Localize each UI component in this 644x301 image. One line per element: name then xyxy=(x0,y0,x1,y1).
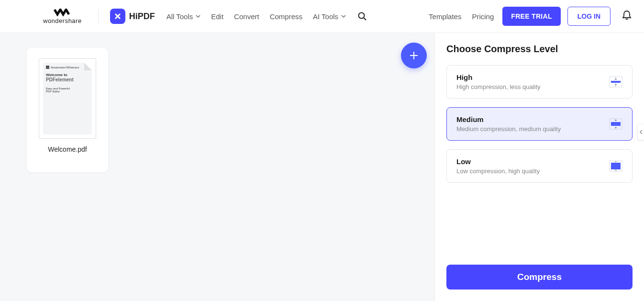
wondershare-mark-icon xyxy=(54,9,71,16)
nav-edit-label: Edit xyxy=(211,12,223,21)
wondershare-text: wondershare xyxy=(43,17,82,24)
option-medium-desc: Medium compression, medium quality xyxy=(456,125,561,133)
svg-rect-7 xyxy=(611,81,621,83)
thumb-brand-label: Wondershare PDFelement xyxy=(51,66,79,69)
compress-panel: Choose Compress Level High High compress… xyxy=(434,33,644,301)
compress-options: High High compression, less quality Medi… xyxy=(446,65,633,183)
compress-button[interactable]: Compress xyxy=(446,265,633,290)
file-name-label: Welcome.pdf xyxy=(48,145,87,153)
thumb-line2: PDFelement xyxy=(46,77,89,82)
wondershare-logo[interactable]: wondershare xyxy=(43,9,82,24)
thumb-line1: Welcome to xyxy=(46,73,89,77)
file-thumbnail: Wondershare PDFelement Welcome to PDFele… xyxy=(39,58,96,139)
svg-point-2 xyxy=(359,13,365,19)
divider xyxy=(98,9,99,23)
workspace: Wondershare PDFelement Welcome to PDFele… xyxy=(0,33,644,301)
hipdf-icon xyxy=(110,9,125,24)
option-low-desc: Low compression, high quality xyxy=(456,167,540,175)
top-nav: wondershare HiPDF All Tools Edit Convert… xyxy=(0,0,644,33)
collapse-panel-tab[interactable] xyxy=(637,124,644,140)
free-trial-button[interactable]: FREE TRIAL xyxy=(502,7,560,26)
nav-convert[interactable]: Convert xyxy=(232,10,261,23)
nav-compress-label: Compress xyxy=(270,12,302,21)
nav-all-tools-label: All Tools xyxy=(167,12,193,21)
compress-option-low[interactable]: Low Low compression, high quality xyxy=(446,149,633,183)
chevron-down-icon xyxy=(341,14,346,19)
svg-line-3 xyxy=(364,18,366,21)
nav-ai-tools-label: AI Tools xyxy=(313,12,338,21)
panel-title: Choose Compress Level xyxy=(446,44,633,55)
option-high-title: High xyxy=(456,73,541,81)
thumb-sub2: PDF Editor xyxy=(46,90,89,93)
compress-high-icon xyxy=(609,76,622,88)
svg-rect-9 xyxy=(611,122,621,126)
compress-option-medium[interactable]: Medium Medium compression, medium qualit… xyxy=(446,107,633,141)
nav-pricing[interactable]: Pricing xyxy=(470,10,496,23)
nav-edit[interactable]: Edit xyxy=(209,10,225,23)
option-low-title: Low xyxy=(456,157,540,166)
nav-templates[interactable]: Templates xyxy=(427,10,463,23)
plus-icon xyxy=(408,50,420,61)
search-icon xyxy=(357,11,367,21)
compress-medium-icon xyxy=(609,118,622,130)
add-file-button[interactable] xyxy=(401,43,427,68)
nav-ai-tools[interactable]: AI Tools xyxy=(311,10,348,23)
nav-compress[interactable]: Compress xyxy=(268,10,304,23)
nav-convert-label: Convert xyxy=(234,12,259,21)
chevron-down-icon xyxy=(196,14,200,19)
chevron-left-icon xyxy=(639,130,643,134)
bell-icon xyxy=(622,10,632,21)
search-button[interactable] xyxy=(355,9,370,24)
hipdf-logo[interactable]: HiPDF xyxy=(110,9,155,24)
option-high-desc: High compression, less quality xyxy=(456,83,541,90)
notifications-button[interactable] xyxy=(619,7,634,25)
svg-rect-11 xyxy=(611,163,621,169)
option-medium-title: Medium xyxy=(456,115,561,123)
nav-pricing-label: Pricing xyxy=(472,12,494,21)
compress-option-high[interactable]: High High compression, less quality xyxy=(446,65,633,99)
login-button[interactable]: LOG IN xyxy=(567,7,611,26)
nav-templates-label: Templates xyxy=(429,12,461,21)
file-card[interactable]: Wondershare PDFelement Welcome to PDFele… xyxy=(27,48,108,172)
nav-all-tools[interactable]: All Tools xyxy=(165,10,203,23)
compress-low-icon xyxy=(609,160,622,172)
hipdf-text: HiPDF xyxy=(129,11,155,22)
